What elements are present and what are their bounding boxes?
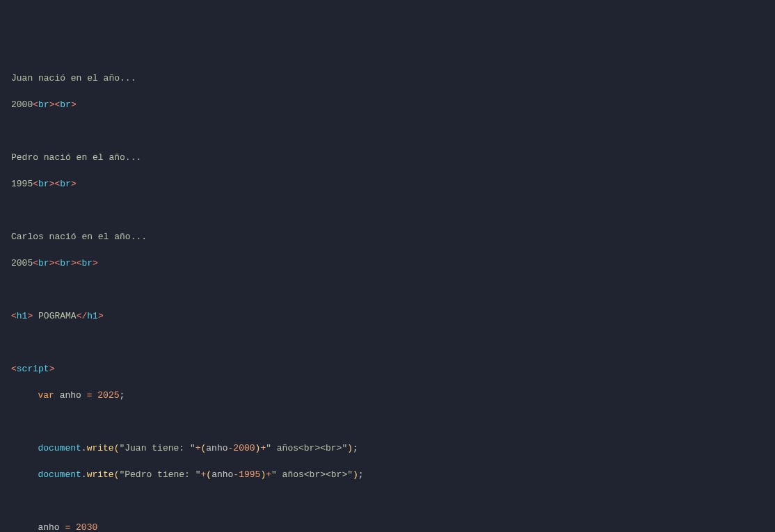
identifier: anho xyxy=(206,443,227,453)
h1-open: < xyxy=(11,311,17,321)
code-line: var anho = 2025; xyxy=(11,389,764,402)
text-literal: Pedro nació en el año... xyxy=(11,152,141,163)
code-line: Juan nació en el año... xyxy=(11,72,764,85)
string-literal: " años<br><br>" xyxy=(271,469,353,480)
tag-name: h1 xyxy=(17,311,28,321)
operator: + xyxy=(195,443,201,453)
text-literal: Carlos nació en el año... xyxy=(11,232,147,242)
string-literal: " años<br><br>" xyxy=(266,443,347,453)
string-literal: "Pedro tiene: " xyxy=(119,469,200,480)
tag-name: br xyxy=(60,258,71,268)
code-line: <script> xyxy=(11,362,764,376)
text-literal: 2000 xyxy=(11,99,33,110)
tag-name: script xyxy=(17,364,49,374)
br-tag: > xyxy=(71,258,77,268)
method: write xyxy=(87,443,114,453)
code-line: Carlos nació en el año... xyxy=(11,230,764,243)
number-literal: 2025 xyxy=(97,390,119,401)
identifier: anho xyxy=(60,390,81,401)
tag-name: br xyxy=(38,179,49,189)
identifier: anho xyxy=(211,469,233,480)
code-line xyxy=(11,494,764,508)
operator: = xyxy=(87,390,93,401)
h1-close: </ xyxy=(77,311,88,321)
paren: ) xyxy=(347,443,353,453)
br-tag: > xyxy=(71,99,77,110)
text-literal: 2005 xyxy=(11,258,33,268)
code-line: Pedro nació en el año... xyxy=(11,151,764,164)
code-line: <h1> POGRAMA</h1> xyxy=(11,309,764,323)
code-line xyxy=(11,124,764,138)
br-tag: > xyxy=(71,179,77,189)
code-editor[interactable]: Juan nació en el año... 2000<br><br> Ped… xyxy=(11,58,764,532)
code-line: 2000<br><br> xyxy=(11,98,764,111)
identifier: anho xyxy=(38,522,59,532)
tag-name: br xyxy=(82,258,93,268)
string-literal: "Juan tiene: " xyxy=(119,443,195,453)
paren: ) xyxy=(353,469,358,480)
number-literal: 2030 xyxy=(76,522,97,532)
method: write xyxy=(87,469,114,480)
semicolon: ; xyxy=(120,390,125,401)
code-line: anho = 2030 xyxy=(11,521,764,532)
code-line xyxy=(11,415,764,428)
script-open: > xyxy=(49,364,55,374)
code-line: document.write("Pedro tiene: "+(anho-199… xyxy=(11,468,764,481)
tag-name: br xyxy=(60,99,71,110)
br-tag: > xyxy=(93,258,98,268)
text-literal: Juan nació en el año... xyxy=(11,73,136,83)
code-line xyxy=(11,204,764,217)
code-line: document.write("Juan tiene: "+(anho-2000… xyxy=(11,442,764,455)
semicolon: ; xyxy=(353,443,358,453)
dot: . xyxy=(81,469,87,480)
br-tag: < xyxy=(33,99,38,110)
code-line xyxy=(11,336,764,349)
br-tag: < xyxy=(33,258,38,268)
operator: - xyxy=(233,469,239,480)
tag-name: br xyxy=(38,99,49,110)
text-literal: 1995 xyxy=(11,179,33,189)
paren: ( xyxy=(206,469,211,480)
keyword-var: var xyxy=(38,390,54,401)
tag-name: h1 xyxy=(87,311,98,321)
tag-name: br xyxy=(38,258,49,268)
identifier: document xyxy=(38,469,81,480)
code-line: 1995<br><br> xyxy=(11,177,764,191)
code-line xyxy=(11,283,764,296)
tag-name: br xyxy=(60,179,71,189)
h1-close: > xyxy=(98,311,104,321)
number-literal: 2000 xyxy=(233,443,255,453)
number-literal: 1995 xyxy=(239,469,260,480)
h1-text: POGRAMA xyxy=(33,311,76,321)
operator: = xyxy=(65,522,70,532)
script-open: < xyxy=(11,364,17,374)
br-tag: < xyxy=(77,258,82,268)
semicolon: ; xyxy=(358,469,364,480)
identifier: document xyxy=(38,443,81,453)
dot: . xyxy=(81,443,87,453)
operator: + xyxy=(266,469,271,480)
code-line: 2005<br><br><br> xyxy=(11,257,764,270)
br-tag: < xyxy=(33,179,38,189)
